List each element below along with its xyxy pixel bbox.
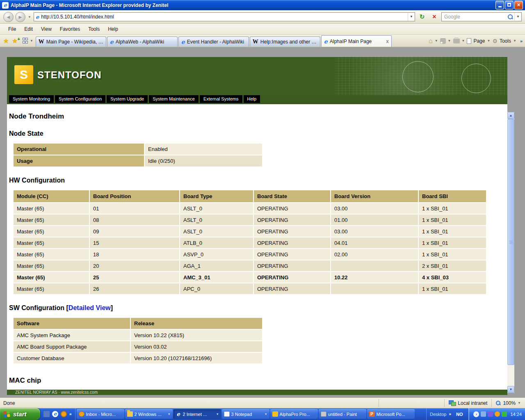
search-box[interactable]: Google ▼ <box>441 12 522 21</box>
home-icon[interactable]: ⌂ <box>429 37 433 45</box>
feeds-icon[interactable] <box>440 38 446 44</box>
menu-help[interactable]: Help <box>104 25 122 33</box>
task-inbox[interactable]: Inbox - Micro... <box>77 409 124 419</box>
status-text: Done <box>0 400 379 406</box>
tab-help-images[interactable]: W Help:Images and other uplo... <box>250 37 320 47</box>
tab-close-icon[interactable]: x <box>383 39 389 44</box>
sw-configuration-heading: SW Configuration [Detailed View] <box>9 304 507 312</box>
group-dropdown-icon[interactable]: ▼ <box>216 413 219 415</box>
minimize-button[interactable] <box>495 1 504 9</box>
nav-system-configuration[interactable]: System Configuration <box>55 95 105 103</box>
nav-system-upgrade[interactable]: System Upgrade <box>107 95 148 103</box>
history-dropdown-icon[interactable]: ▼ <box>27 15 32 19</box>
tray-collapse-icon[interactable]: ‹ <box>473 411 479 417</box>
task-alphapro[interactable]: AlphaPro Pro... <box>270 409 318 419</box>
zoom-control[interactable]: 100% ▼ <box>491 399 525 407</box>
table-row: Operational Enabled <box>14 144 262 155</box>
tab-list-dropdown-icon[interactable]: ▼ <box>30 39 33 43</box>
wikipedia-icon: W <box>253 39 258 45</box>
vertical-scrollbar[interactable]: ▲ ▼ <box>507 112 514 393</box>
launch-ie-icon[interactable]: e <box>52 411 58 417</box>
task-windows-group[interactable]: 2 Windows ... ▼ <box>125 409 173 419</box>
browser-window: e AlphaIP Main Page - Microsoft Internet… <box>0 0 525 420</box>
folder-icon <box>127 411 133 417</box>
tab-alphaweb[interactable]: e AlphaWeb - AlphaWiki <box>107 37 178 47</box>
tray-media-icon[interactable] <box>488 411 493 417</box>
page-ie-icon: e <box>36 14 39 20</box>
menu-favorites[interactable]: Favorites <box>56 25 84 33</box>
table-row: Master (65)20AGA_1OPERATING2 x SBI_01 <box>14 260 486 271</box>
launch-clock-icon[interactable] <box>61 411 67 417</box>
task-powerpoint[interactable]: P Microsoft Po... <box>367 409 415 419</box>
tools-gear-icon[interactable]: ⚙ <box>492 38 498 44</box>
menu-file[interactable]: File <box>4 25 20 33</box>
tray-clock-app-icon[interactable] <box>495 411 500 417</box>
tools-dropdown-icon[interactable]: ▼ <box>513 39 516 43</box>
window-title: AlphaIP Main Page - Microsoft Internet E… <box>11 2 495 8</box>
tab-wikipedia-main[interactable]: W Main Page - Wikipedia, the f... <box>36 37 106 47</box>
nav-help[interactable]: Help <box>244 95 260 103</box>
scroll-up-icon[interactable]: ▲ <box>507 112 514 119</box>
group-dropdown-icon[interactable]: ▼ <box>265 413 267 415</box>
stop-button[interactable]: × <box>429 12 440 22</box>
tray-network-icon[interactable] <box>481 411 486 417</box>
menu-tools[interactable]: Tools <box>84 25 104 33</box>
scrollbar-thumb[interactable] <box>507 119 514 365</box>
tab-alphaip-main[interactable]: e AlphaIP Main Page x <box>321 35 392 47</box>
forward-button[interactable]: ► <box>15 12 25 22</box>
maximize-button[interactable] <box>505 1 514 9</box>
launch-app-icon[interactable] <box>43 411 50 417</box>
language-indicator[interactable]: NO <box>454 412 466 417</box>
print-icon[interactable] <box>453 39 460 43</box>
outlook-icon <box>79 411 84 417</box>
group-dropdown-icon[interactable]: ▼ <box>168 413 171 415</box>
task-internet-group[interactable]: e 2 Internet ... ▼ <box>173 409 221 419</box>
task-notepad-group[interactable]: 3 Notepad ▼ <box>222 409 269 419</box>
favorites-star-icon[interactable]: ★ <box>2 37 10 45</box>
table-row: Master (65)15ATLB_0OPERATING04.011 x SBI… <box>14 237 486 248</box>
desktop-overflow-icon[interactable]: » <box>449 412 451 416</box>
detailed-view-link[interactable]: Detailed View <box>68 304 111 311</box>
page-dropdown-icon[interactable]: ▼ <box>487 39 490 43</box>
tray-display-icon[interactable] <box>502 411 507 417</box>
zoom-dropdown-icon[interactable]: ▼ <box>518 401 521 405</box>
start-button[interactable]: start <box>0 408 40 420</box>
hw-configuration-heading: HW Configuration <box>9 177 507 184</box>
tools-menu-label[interactable]: Tools <box>500 38 511 44</box>
table-row: Master (65)26APC_0OPERATING1 x SBI_01 <box>14 283 486 294</box>
add-favorite-icon[interactable]: ★ <box>10 37 19 45</box>
security-zone: Local intranet <box>444 399 491 407</box>
windows-flag-icon <box>3 411 11 418</box>
overflow-chevron-icon[interactable]: » <box>520 39 523 43</box>
mac-chip-heading: MAC chip <box>9 377 507 385</box>
quick-launch-overflow-icon[interactable]: » <box>69 412 72 416</box>
nav-system-maintenance[interactable]: System Maintenance <box>149 95 199 103</box>
url-field[interactable]: e http://10.5.101.40/html/index.html ▼ <box>34 12 415 21</box>
print-dropdown-icon[interactable]: ▼ <box>462 39 465 43</box>
table-row: Master (65)01ASLT_0OPERATING03.001 x SBI… <box>14 203 486 214</box>
page-menu-label[interactable]: Page <box>473 38 485 44</box>
task-paint[interactable]: untitled - Paint <box>319 409 366 419</box>
system-tray: ‹ 14:24 <box>468 408 525 420</box>
menu-view[interactable]: View <box>37 25 56 33</box>
page-menu-icon[interactable] <box>467 38 471 44</box>
search-dropdown-icon[interactable]: ▼ <box>514 13 521 21</box>
nav-system-monitoring[interactable]: System Monitoring <box>9 95 54 103</box>
tab-event-handler[interactable]: e Event Handler - AlphaWiki <box>178 37 249 47</box>
search-icon[interactable] <box>508 14 513 20</box>
nav-external-systems[interactable]: External Systems <box>200 95 242 103</box>
menu-edit[interactable]: Edit <box>20 25 37 33</box>
back-button[interactable]: ◄ <box>3 12 14 22</box>
quick-tabs-icon[interactable] <box>23 38 29 44</box>
refresh-button[interactable]: ↻ <box>417 12 427 22</box>
ie-icon: e <box>181 39 185 45</box>
scroll-down-icon[interactable]: ▼ <box>507 386 514 393</box>
feeds-dropdown-icon[interactable]: ▼ <box>448 39 451 43</box>
url-text[interactable]: http://10.5.101.40/html/index.html <box>41 14 408 20</box>
home-dropdown-icon[interactable]: ▼ <box>435 39 438 43</box>
url-dropdown-icon[interactable]: ▼ <box>408 13 415 21</box>
desktop-toolbar[interactable]: Desktop » NO <box>426 408 468 420</box>
close-button[interactable]: × <box>514 1 523 9</box>
intranet-icon <box>449 400 456 406</box>
search-placeholder[interactable]: Google <box>444 14 508 20</box>
